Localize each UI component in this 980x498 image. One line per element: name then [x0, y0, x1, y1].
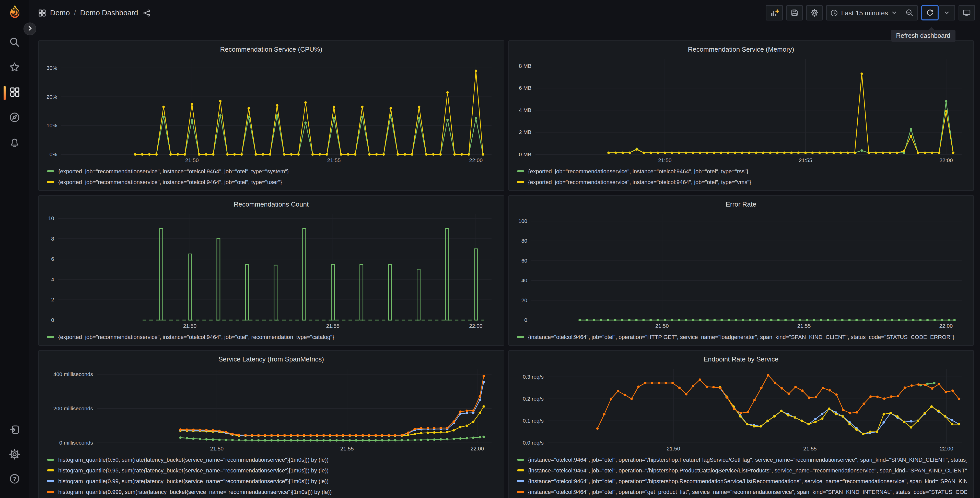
series-point: [882, 421, 885, 424]
legend-item[interactable]: {exported_job="recommendationservice", i…: [47, 166, 497, 176]
sidebar-item-help[interactable]: ?: [0, 468, 29, 491]
panel-title[interactable]: Recommendation Service (Memory): [514, 43, 968, 56]
recommendations-count-chart[interactable]: 024681021:5021:5522:00: [44, 211, 498, 330]
series-point: [874, 152, 877, 154]
legend-item[interactable]: histogram_quantile(0.999, sum(rate(laten…: [47, 486, 497, 497]
series-point: [746, 423, 748, 425]
series-point: [329, 439, 331, 442]
legend-item[interactable]: {exported_job="recommendationservice", i…: [47, 176, 497, 187]
panel-title[interactable]: Error Rate: [514, 198, 968, 211]
legend-item[interactable]: histogram_quantile(0.50, sum(rate(latenc…: [47, 454, 497, 465]
series-point: [881, 152, 884, 154]
endpoint-rate-chart[interactable]: 0.0 req/s0.1 req/s0.2 req/s0.3 req/s21:5…: [514, 366, 968, 453]
x-tick-label: 21:50: [210, 445, 224, 452]
legend-item[interactable]: {exported_job="recommendationservice", i…: [517, 166, 967, 176]
series-point: [773, 415, 776, 418]
panel-title[interactable]: Recommendations Count: [44, 198, 498, 211]
series-point: [452, 438, 455, 440]
sidebar-item-search[interactable]: [0, 32, 29, 54]
series-point: [808, 396, 810, 399]
panel-legend: histogram_quantile(0.50, sum(rate(latenc…: [44, 453, 498, 498]
y-tick-label: 30%: [46, 65, 57, 71]
sidebar-item-starred[interactable]: [0, 57, 29, 79]
series-point: [896, 415, 899, 418]
refresh-dashboard-button[interactable]: [921, 5, 939, 21]
series-point: [781, 387, 783, 389]
panel-title[interactable]: Service Latency (from SpanMetrics): [44, 353, 498, 366]
x-tick-label: 21:55: [327, 157, 341, 163]
sidebar-item-explore[interactable]: [0, 107, 29, 129]
series-point: [685, 393, 687, 396]
chevron-right-icon: [27, 24, 33, 34]
series-point: [446, 431, 449, 433]
grafana-logo-icon[interactable]: [6, 4, 24, 21]
sidebar-item-alerting[interactable]: [0, 132, 29, 155]
dashboard-settings-button[interactable]: [806, 5, 822, 21]
legend-item[interactable]: histogram_quantile(0.95, sum(rate(latenc…: [47, 465, 497, 476]
series-point: [621, 319, 624, 321]
series-point: [433, 427, 436, 429]
panel-title[interactable]: Recommendation Service (CPU%): [44, 43, 498, 56]
add-panel-button[interactable]: [766, 5, 783, 21]
series-point: [342, 434, 344, 437]
memory-chart[interactable]: 0 MB2 MB4 MB6 MB8 MB21:5021:5522:00: [514, 56, 968, 164]
legend-swatch: [47, 458, 54, 460]
panel-title[interactable]: Endpoint Rate by Service: [514, 353, 968, 366]
series-point: [361, 116, 364, 118]
legend-swatch: [47, 491, 54, 493]
series-point: [283, 153, 286, 156]
save-dashboard-button[interactable]: [786, 5, 803, 21]
series-point: [741, 319, 744, 321]
series-point: [763, 319, 765, 321]
legend-item[interactable]: {instance="otelcol:9464", job="otel", op…: [517, 465, 967, 476]
legend-item[interactable]: {instance="otelcol:9464", job="otel", op…: [517, 454, 967, 465]
time-range-picker[interactable]: Last 15 minutes: [826, 5, 901, 21]
series-point: [192, 437, 195, 440]
expand-sidebar-button[interactable]: [24, 22, 36, 35]
share-icon[interactable]: [143, 9, 151, 17]
sidebar-item-configuration[interactable]: [0, 444, 29, 466]
series-point: [401, 434, 403, 436]
series-point: [759, 425, 762, 428]
series-point: [483, 436, 485, 438]
legend-item[interactable]: {exported_job="recommendationservice", i…: [47, 331, 497, 342]
sidebar-item-sign-in[interactable]: [0, 419, 29, 442]
legend-item[interactable]: {instance="otelcol:9464", job="otel", op…: [517, 331, 967, 342]
error-rate-chart[interactable]: 02040608010021:5021:5522:00: [514, 211, 968, 330]
series-point: [916, 420, 919, 422]
series-point: [794, 416, 796, 419]
series-point: [453, 153, 456, 156]
series-point: [251, 434, 253, 437]
series-point: [264, 434, 266, 437]
cpu-chart[interactable]: 0%10%20%30%21:5021:5522:00: [44, 56, 498, 164]
series-point: [446, 427, 449, 429]
service-latency-chart[interactable]: 0 milliseconds200 milliseconds400 millis…: [44, 366, 498, 453]
zoom-out-time-button[interactable]: [901, 5, 918, 21]
legend-swatch: [517, 181, 524, 183]
series-point: [244, 434, 247, 436]
series-point: [401, 439, 403, 442]
series-point: [860, 72, 863, 75]
series-point: [148, 153, 151, 156]
series-point: [713, 152, 715, 154]
legend-item[interactable]: {instance="otelcol:9464", job="otel", op…: [517, 476, 967, 486]
breadcrumb-page[interactable]: Demo Dashboard: [80, 9, 138, 17]
cycle-view-mode-button[interactable]: [959, 5, 975, 21]
series-point: [426, 427, 429, 429]
breadcrumb-section[interactable]: Demo: [50, 9, 70, 17]
series-point: [727, 152, 729, 154]
legend-item[interactable]: {exported_job="recommendationservice", i…: [517, 176, 967, 187]
series-point: [670, 319, 673, 321]
series-point: [944, 415, 946, 418]
panel-service-latency: Service Latency (from SpanMetrics) 0 mil…: [38, 350, 504, 498]
refresh-interval-dropdown[interactable]: [939, 5, 955, 21]
series-point: [869, 396, 872, 398]
series-point: [753, 399, 756, 401]
y-tick-label: 10: [48, 215, 54, 221]
legend-item[interactable]: {instance="otelcol:9464", job="otel", op…: [517, 486, 967, 497]
sidebar-item-dashboards[interactable]: [0, 82, 29, 104]
y-tick-label: 8: [51, 236, 54, 242]
y-tick-label: 60: [521, 258, 527, 263]
legend-item[interactable]: histogram_quantile(0.99, sum(rate(latenc…: [47, 476, 497, 486]
series-point: [433, 431, 436, 434]
